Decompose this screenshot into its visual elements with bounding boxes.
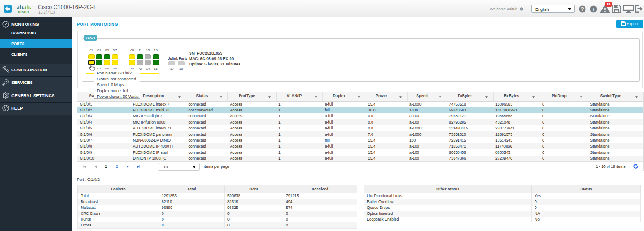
svg-text:cisco: cisco bbox=[18, 9, 29, 14]
svg-text:?: ? bbox=[581, 6, 584, 12]
svg-text:i: i bbox=[521, 7, 522, 10]
svg-text:i: i bbox=[593, 7, 594, 12]
